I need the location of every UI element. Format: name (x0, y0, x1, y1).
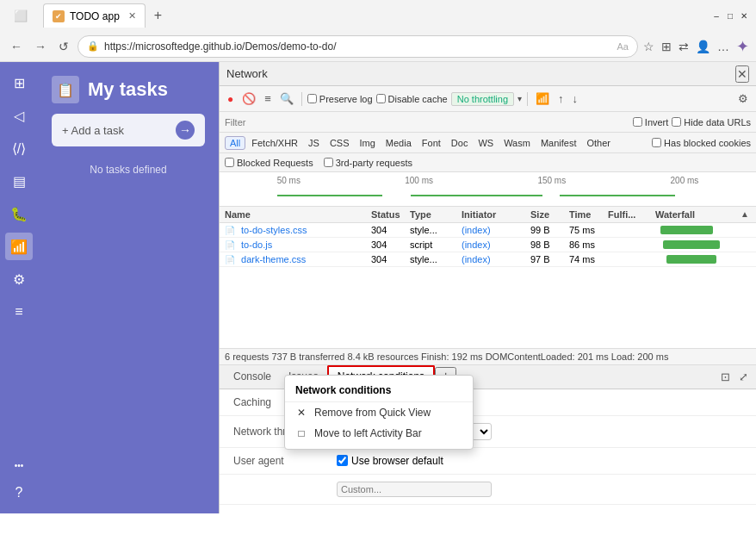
maximize-button[interactable]: □ (725, 10, 735, 21)
dock-button[interactable]: ⊡ (718, 369, 733, 385)
reader-icon[interactable]: Aa (617, 41, 629, 52)
window-icon: ⬜ (14, 9, 28, 22)
tab-favicon: ✔ (53, 10, 65, 22)
address-bar[interactable]: 🔒 https://microsoftedge.github.io/Demos/… (77, 35, 638, 58)
import-button[interactable]: ↑ (555, 90, 567, 107)
has-blocked-cookies-label[interactable]: Has blocked cookies (652, 138, 751, 148)
tab-console[interactable]: Console (225, 367, 280, 386)
remove-label: Remove from Quick View (314, 407, 431, 419)
search-button[interactable]: 🔍 (277, 90, 296, 107)
sidebar-icon-more[interactable]: ••• (5, 451, 33, 479)
sidebar-icon-debug[interactable]: 🐛 (5, 200, 33, 227)
file-link-1[interactable]: to-do-styles.css (241, 225, 307, 235)
sidebar-icon-home[interactable]: ⊞ (5, 69, 33, 96)
type-btn-doc[interactable]: Doc (447, 137, 473, 149)
row-name-2: 📄 to-do.js (225, 239, 371, 250)
copilot-icon[interactable]: ✦ (736, 37, 749, 56)
sort-icon[interactable]: ▲ (739, 209, 751, 220)
minimize-button[interactable]: – (711, 10, 722, 21)
col-header-status: Status (371, 209, 410, 220)
invert-label[interactable]: Invert (633, 117, 669, 127)
sidebar-icon-nav[interactable]: ◁ (5, 102, 33, 129)
filter-button[interactable]: ≡ (262, 90, 274, 107)
forward-button[interactable]: → (31, 38, 50, 55)
type-btn-img[interactable]: Img (356, 137, 380, 149)
preserve-log-checkbox[interactable] (307, 94, 317, 103)
row-status-2: 304 (371, 239, 410, 250)
tab-label: TODO app (70, 10, 120, 22)
sidebar-icon-console[interactable]: ▤ (5, 167, 33, 195)
more-icon[interactable]: … (717, 40, 729, 53)
new-tab-button[interactable]: + (149, 6, 167, 25)
sidebar-icon-settings2[interactable]: ⚙ (5, 265, 33, 293)
hide-data-urls-checkbox[interactable] (672, 117, 681, 127)
undock-button[interactable]: ⤢ (736, 369, 751, 385)
row-size-2: 98 B (530, 239, 569, 250)
row-type-3: style... (410, 254, 462, 264)
disable-cache-label[interactable]: Disable cache (376, 94, 448, 104)
custom-input[interactable] (337, 482, 492, 497)
share-icon[interactable]: ⇄ (679, 40, 689, 53)
wifi-icon[interactable]: 📶 (533, 90, 552, 107)
file-icon-3: 📄 (225, 255, 235, 264)
row-time-2: 86 ms (569, 239, 608, 250)
context-menu-title: Network conditions (285, 381, 473, 402)
add-task-button[interactable]: + Add a task → (52, 114, 205, 146)
tab-bar: ✔ TODO app ✕ + (36, 2, 703, 29)
table-row[interactable]: 📄 to-do-styles.css 304 style... (index) … (220, 223, 756, 238)
hide-data-urls-label[interactable]: Hide data URLs (672, 117, 751, 127)
blocked-requests-checkbox[interactable] (225, 158, 234, 167)
type-btn-other[interactable]: Other (582, 137, 615, 149)
tick-100ms: 100 ms (405, 176, 433, 185)
export-button[interactable]: ↓ (570, 90, 581, 107)
throttle-dropdown[interactable]: ▾ (517, 94, 522, 103)
sidebar-icon-network[interactable]: 📶 (5, 233, 33, 260)
profile-icon[interactable]: 👤 (696, 40, 710, 53)
third-party-label[interactable]: 3rd-party requests (324, 158, 412, 168)
clear-button[interactable]: 🚫 (239, 90, 258, 107)
type-btn-font[interactable]: Font (418, 137, 445, 149)
type-btn-wasm[interactable]: Wasm (499, 137, 535, 149)
type-btn-all[interactable]: All (225, 136, 245, 150)
context-move-item[interactable]: □ Move to left Activity Bar (285, 423, 473, 444)
has-blocked-cookies-checkbox[interactable] (652, 138, 661, 147)
back-button[interactable]: ← (7, 38, 26, 55)
toolbar-divider-2 (527, 92, 528, 106)
collections-icon[interactable]: ⊞ (661, 40, 672, 53)
sidebar-left: ⊞ ◁ ⟨/⟩ ▤ 🐛 📶 ⚙ ≡ ••• ? (0, 62, 38, 513)
blocked-requests-label[interactable]: Blocked Requests (225, 158, 313, 168)
type-btn-css[interactable]: CSS (325, 137, 354, 149)
throttle-select[interactable]: No throttling (451, 92, 514, 106)
refresh-button[interactable]: ↺ (55, 38, 72, 55)
use-browser-default-checkbox[interactable] (337, 455, 348, 466)
file-link-2[interactable]: to-do.js (241, 239, 272, 250)
settings-button[interactable]: ⚙ (735, 90, 751, 107)
record-button[interactable]: ● (225, 91, 236, 107)
invert-checkbox[interactable] (633, 117, 642, 127)
preserve-log-label[interactable]: Preserve log (307, 94, 373, 104)
disable-cache-checkbox[interactable] (376, 94, 386, 103)
use-browser-default-label[interactable]: Use browser default (337, 455, 742, 467)
close-button[interactable]: ✕ (739, 10, 749, 21)
type-btn-js[interactable]: JS (304, 137, 324, 149)
context-remove-item[interactable]: ✕ Remove from Quick View (285, 402, 473, 423)
sidebar-icon-help[interactable]: ? (5, 479, 33, 507)
sidebar-icon-elements[interactable]: ⟨/⟩ (5, 134, 33, 162)
table-row[interactable]: 📄 dark-theme.css 304 style... (index) 97… (220, 252, 756, 267)
sidebar-icon-menu[interactable]: ≡ (5, 298, 33, 326)
filter-bar: Filter Invert Hide data URLs (220, 112, 756, 133)
third-party-checkbox[interactable] (324, 158, 333, 167)
star-icon[interactable]: ☆ (643, 40, 654, 53)
table-row[interactable]: 📄 to-do.js 304 script (index) 98 B 86 ms (220, 238, 756, 252)
row-init-3: (index) (462, 254, 530, 264)
type-btn-media[interactable]: Media (381, 137, 416, 149)
active-tab[interactable]: ✔ TODO app ✕ (43, 3, 146, 28)
type-btn-fetchxhr[interactable]: Fetch/XHR (247, 137, 302, 149)
custom-row (220, 475, 756, 505)
tab-close-button[interactable]: ✕ (128, 10, 136, 22)
file-link-3[interactable]: dark-theme.css (241, 254, 306, 264)
type-btn-ws[interactable]: WS (474, 137, 498, 149)
col-header-initiator: Initiator (462, 209, 530, 220)
devtools-close-button[interactable]: ✕ (735, 65, 749, 83)
type-btn-manifest[interactable]: Manifest (536, 137, 581, 149)
